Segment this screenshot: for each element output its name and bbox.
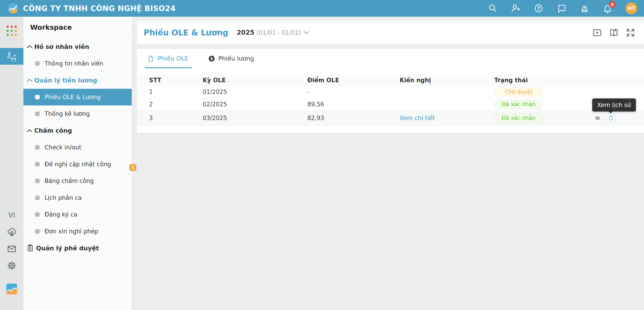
period-year: 2025 — [237, 29, 254, 36]
table-row[interactable]: 1 01/2025 - Chờ duyệt — [137, 86, 644, 98]
period-range: (01/01 - 01/01) — [256, 29, 300, 36]
column-header-trang-thai: Trạng thái — [494, 77, 644, 84]
eye-icon — [595, 115, 600, 121]
tab-label: Phiếu lương — [218, 55, 254, 62]
ole-card: Phiếu OLE $ Phiếu lương STT Kỳ OLE Điểm … — [137, 49, 644, 133]
sidebar-item-phieu-ole-luong[interactable]: Phiếu OLE & Lương — [24, 89, 132, 106]
cell-period: 02/2025 — [203, 101, 307, 108]
cloud-sync-icon[interactable] — [6, 227, 17, 238]
sidebar-item-de-nghi-cap-nhat-cong[interactable]: Đề nghị cập nhật công — [24, 156, 132, 173]
ole-table: STT Kỳ OLE Điểm OLE Kiến nghị Trạng thái… — [137, 68, 644, 126]
workspace-header: Workspace — [24, 17, 132, 38]
tab-label: Phiếu OLE — [158, 55, 188, 62]
column-header-kien-nghi: Kiến nghị — [400, 77, 494, 84]
column-header-stt: STT — [137, 77, 203, 84]
bell-icon[interactable]: 5 — [602, 4, 612, 13]
rail-item-hr[interactable] — [0, 48, 24, 65]
bullet-icon — [35, 196, 40, 200]
chevron-up-icon — [26, 45, 33, 49]
chevron-up-icon — [26, 78, 33, 82]
sidebar-nav: Hồ sơ nhân viên Thông tin nhân viên Quản… — [24, 38, 132, 257]
section-label: Hồ sơ nhân viên — [34, 43, 89, 50]
sidebar-section-cham-cong[interactable]: Chấm công — [24, 122, 132, 139]
status-badge: Đã xác nhận — [495, 100, 542, 109]
dollar-circle-icon: $ — [208, 55, 215, 62]
cell-stt: 3 — [137, 115, 203, 121]
sidebar-collapse-button[interactable] — [130, 164, 136, 171]
workspace-title: Workspace — [30, 24, 72, 31]
page-title: Phiếu OLE & Lương — [144, 28, 228, 37]
app-body: VI — [0, 17, 644, 310]
avatar-initials: HT — [628, 6, 636, 11]
sidebar-item-bang-cham-cong[interactable]: Bảng chấm công — [24, 173, 132, 189]
bullet-icon — [35, 145, 40, 150]
section-label: Chấm công — [34, 127, 72, 134]
gear-icon[interactable] — [6, 260, 17, 272]
sidebar-item-dang-ky-ca[interactable]: Đăng ký ca — [24, 206, 132, 223]
table-row[interactable]: 3 03/2025 82,93 Xem chi tiết Đã xác nhận — [137, 110, 644, 126]
sidebar-item-label: Đề nghị cập nhật công — [44, 161, 111, 168]
company-name: CÔNG TY TNHH CÔNG NGHỆ BISO24 — [23, 4, 176, 13]
language-switch[interactable]: VI — [8, 211, 15, 219]
mail-icon[interactable] — [6, 244, 17, 255]
sidebar-item-don-xin-nghi-phep[interactable]: Đơn xin nghỉ phép — [24, 223, 132, 240]
chat-icon[interactable] — [557, 4, 566, 13]
document-icon — [608, 115, 614, 121]
bullet-icon — [35, 61, 40, 66]
svg-text:$: $ — [210, 56, 213, 61]
svg-text:?: ? — [614, 28, 616, 33]
siren-icon[interactable] — [580, 4, 590, 13]
cell-score: 82,93 — [307, 115, 400, 121]
fullscreen-expand-icon[interactable] — [626, 28, 636, 38]
page-header: Phiếu OLE & Lương 2025 (01/01 - 01/01) ? — [137, 21, 644, 44]
sidebar-item-thong-tin-nhan-vien[interactable]: Thông tin nhân viên — [24, 55, 132, 72]
bullet-icon — [35, 95, 40, 99]
apps-grid-icon[interactable] — [6, 26, 17, 36]
sidebar-item-label: Phiếu OLE & Lương — [44, 94, 100, 101]
language-label: VI — [8, 211, 15, 219]
sidebar-item-check-in-out[interactable]: Check in/out — [24, 139, 132, 156]
sidebar-section-ho-so-nhan-vien[interactable]: Hồ sơ nhân viên — [24, 38, 132, 55]
main-content: Phiếu OLE & Lương 2025 (01/01 - 01/01) ? — [132, 17, 644, 310]
company-logo-icon — [8, 3, 18, 14]
svg-text:?: ? — [537, 5, 540, 12]
period-selector[interactable]: 2025 (01/01 - 01/01) — [237, 29, 310, 36]
table-row[interactable]: 2 02/2025 89,56 Đã xác nhận — [137, 98, 644, 110]
section-label: Quản lý tiền lương — [34, 77, 97, 84]
bullet-icon — [35, 229, 40, 234]
cell-score: - — [307, 89, 400, 95]
sidebar-section-quan-ly-tien-luong[interactable]: Quản lý tiền lương — [24, 72, 132, 89]
sidebar-item-thong-ke-luong[interactable]: Thống kê lương — [24, 105, 132, 122]
view-detail-link[interactable]: Xem chi tiết — [400, 115, 435, 121]
search-icon[interactable] — [488, 4, 498, 13]
cell-period: 03/2025 — [203, 115, 307, 121]
guide-book-icon[interactable]: ? — [609, 28, 619, 38]
tooltip-label: Xem lịch sử — [597, 102, 631, 108]
help-icon[interactable]: ? — [534, 4, 544, 13]
sidebar-item-label: Đăng ký ca — [44, 211, 77, 218]
rail-divider — [0, 273, 24, 273]
tab-phieu-luong[interactable]: $ Phiếu lương — [208, 49, 254, 68]
bullet-icon — [35, 179, 40, 183]
add-user-icon[interactable] — [511, 4, 520, 13]
icon-rail: VI — [0, 17, 24, 310]
avatar[interactable]: HT — [626, 3, 637, 14]
sidebar: Workspace Hồ sơ nhân viên Thông tin nhân… — [24, 17, 132, 310]
video-tutorial-icon[interactable] — [592, 28, 602, 38]
chevron-down-icon — [304, 31, 310, 35]
sidebar-item-quan-ly-phe-duyet[interactable]: Quản lý phê duyệt — [24, 240, 132, 257]
topbar-icons: ? 5 HT — [488, 3, 637, 14]
bullet-icon — [35, 112, 40, 116]
brand: CÔNG TY TNHH CÔNG NGHỆ BISO24 — [8, 3, 176, 14]
sidebar-item-label: Check in/out — [44, 144, 81, 151]
biso24-logo[interactable] — [6, 284, 17, 294]
sidebar-item-label: Đơn xin nghỉ phép — [44, 228, 98, 235]
bullet-icon — [35, 162, 40, 166]
sidebar-item-lich-phan-ca[interactable]: Lịch phân ca — [24, 189, 132, 206]
bullet-icon — [35, 212, 40, 217]
preview-button[interactable] — [593, 114, 602, 122]
status-badge: Chờ duyệt — [495, 88, 542, 96]
tab-phieu-ole[interactable]: Phiếu OLE — [148, 49, 188, 68]
topbar: CÔNG TY TNHH CÔNG NGHỆ BISO24 ? 5 HT — [0, 0, 644, 17]
chevron-up-icon — [26, 129, 33, 132]
